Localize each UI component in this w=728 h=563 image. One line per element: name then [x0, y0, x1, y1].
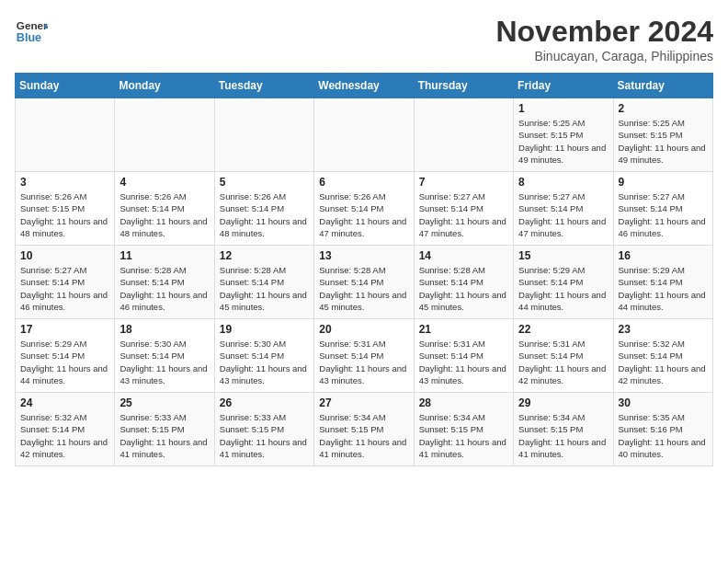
day-number: 7 — [419, 176, 508, 189]
calendar-cell: 23Sunrise: 5:32 AM Sunset: 5:14 PM Dayli… — [613, 319, 712, 393]
day-number: 2 — [619, 102, 708, 115]
calendar-subtitle: Binucayan, Caraga, Philippines — [495, 49, 713, 63]
calendar-cell: 11Sunrise: 5:28 AM Sunset: 5:14 PM Dayli… — [115, 246, 214, 319]
cell-info: Sunrise: 5:29 AM Sunset: 5:14 PM Dayligh… — [20, 338, 109, 386]
cell-info: Sunrise: 5:33 AM Sunset: 5:15 PM Dayligh… — [220, 411, 309, 460]
calendar-cell — [115, 98, 214, 172]
calendar-cell: 27Sunrise: 5:34 AM Sunset: 5:15 PM Dayli… — [314, 393, 414, 466]
day-number: 17 — [20, 323, 109, 336]
calendar-cell: 8Sunrise: 5:27 AM Sunset: 5:14 PM Daylig… — [514, 172, 613, 246]
cell-info: Sunrise: 5:28 AM Sunset: 5:14 PM Dayligh… — [220, 264, 309, 313]
calendar-cell: 2Sunrise: 5:25 AM Sunset: 5:15 PM Daylig… — [613, 98, 712, 172]
day-number: 11 — [119, 249, 209, 262]
day-number: 15 — [518, 249, 608, 262]
cell-info: Sunrise: 5:34 AM Sunset: 5:15 PM Dayligh… — [319, 411, 408, 460]
day-number: 29 — [518, 396, 608, 409]
cell-info: Sunrise: 5:26 AM Sunset: 5:14 PM Dayligh… — [319, 190, 408, 239]
day-number: 20 — [319, 323, 408, 336]
cell-info: Sunrise: 5:27 AM Sunset: 5:14 PM Dayligh… — [619, 190, 708, 239]
calendar-cell: 12Sunrise: 5:28 AM Sunset: 5:14 PM Dayli… — [214, 246, 313, 319]
day-number: 1 — [518, 102, 608, 115]
cell-info: Sunrise: 5:26 AM Sunset: 5:14 PM Dayligh… — [220, 190, 309, 239]
calendar-cell: 15Sunrise: 5:29 AM Sunset: 5:14 PM Dayli… — [514, 246, 613, 319]
day-number: 3 — [20, 176, 109, 189]
calendar-cell: 10Sunrise: 5:27 AM Sunset: 5:14 PM Dayli… — [16, 246, 115, 319]
calendar-cell — [414, 98, 513, 172]
day-header-friday: Friday — [514, 74, 613, 98]
day-number: 4 — [119, 176, 209, 189]
calendar-table: SundayMondayTuesdayWednesdayThursdayFrid… — [15, 73, 713, 466]
calendar-cell: 3Sunrise: 5:26 AM Sunset: 5:15 PM Daylig… — [16, 172, 115, 246]
day-number: 12 — [220, 249, 309, 262]
cell-info: Sunrise: 5:32 AM Sunset: 5:14 PM Dayligh… — [619, 338, 708, 386]
calendar-title: November 2024 — [495, 15, 713, 49]
day-number: 8 — [518, 176, 608, 189]
cell-info: Sunrise: 5:32 AM Sunset: 5:14 PM Dayligh… — [20, 411, 109, 460]
day-number: 9 — [619, 176, 708, 189]
day-number: 22 — [518, 323, 608, 336]
day-number: 16 — [619, 249, 708, 262]
day-number: 14 — [419, 249, 508, 262]
calendar-cell — [214, 98, 313, 172]
calendar-cell: 29Sunrise: 5:34 AM Sunset: 5:15 PM Dayli… — [514, 393, 613, 466]
day-header-monday: Monday — [115, 74, 214, 98]
cell-info: Sunrise: 5:31 AM Sunset: 5:14 PM Dayligh… — [518, 338, 608, 386]
cell-info: Sunrise: 5:28 AM Sunset: 5:14 PM Dayligh… — [319, 264, 408, 313]
cell-info: Sunrise: 5:28 AM Sunset: 5:14 PM Dayligh… — [119, 264, 209, 313]
cell-info: Sunrise: 5:35 AM Sunset: 5:16 PM Dayligh… — [619, 411, 708, 460]
week-row-3: 10Sunrise: 5:27 AM Sunset: 5:14 PM Dayli… — [16, 246, 713, 319]
calendar-cell: 19Sunrise: 5:30 AM Sunset: 5:14 PM Dayli… — [214, 319, 313, 393]
logo: General Blue — [15, 15, 48, 48]
day-number: 23 — [619, 323, 708, 336]
day-number: 25 — [119, 396, 209, 409]
cell-info: Sunrise: 5:25 AM Sunset: 5:15 PM Dayligh… — [518, 117, 608, 166]
day-number: 28 — [419, 396, 508, 409]
calendar-cell: 9Sunrise: 5:27 AM Sunset: 5:14 PM Daylig… — [613, 172, 712, 246]
day-header-wednesday: Wednesday — [314, 74, 414, 98]
day-number: 27 — [319, 396, 408, 409]
week-row-5: 24Sunrise: 5:32 AM Sunset: 5:14 PM Dayli… — [16, 393, 713, 466]
cell-info: Sunrise: 5:25 AM Sunset: 5:15 PM Dayligh… — [619, 117, 708, 166]
cell-info: Sunrise: 5:26 AM Sunset: 5:14 PM Dayligh… — [119, 190, 209, 239]
calendar-cell: 6Sunrise: 5:26 AM Sunset: 5:14 PM Daylig… — [314, 172, 414, 246]
day-number: 6 — [319, 176, 408, 189]
cell-info: Sunrise: 5:27 AM Sunset: 5:14 PM Dayligh… — [20, 264, 109, 313]
cell-info: Sunrise: 5:31 AM Sunset: 5:14 PM Dayligh… — [319, 338, 408, 386]
calendar-cell: 24Sunrise: 5:32 AM Sunset: 5:14 PM Dayli… — [16, 393, 115, 466]
week-row-1: 1Sunrise: 5:25 AM Sunset: 5:15 PM Daylig… — [16, 98, 713, 172]
day-number: 13 — [319, 249, 408, 262]
day-number: 26 — [220, 396, 309, 409]
title-block: November 2024 Binucayan, Caraga, Philipp… — [495, 15, 713, 63]
calendar-cell: 22Sunrise: 5:31 AM Sunset: 5:14 PM Dayli… — [514, 319, 613, 393]
logo-icon: General Blue — [15, 15, 48, 48]
calendar-cell: 5Sunrise: 5:26 AM Sunset: 5:14 PM Daylig… — [214, 172, 313, 246]
cell-info: Sunrise: 5:26 AM Sunset: 5:15 PM Dayligh… — [20, 190, 109, 239]
calendar-cell: 21Sunrise: 5:31 AM Sunset: 5:14 PM Dayli… — [414, 319, 513, 393]
calendar-cell: 30Sunrise: 5:35 AM Sunset: 5:16 PM Dayli… — [613, 393, 712, 466]
week-row-4: 17Sunrise: 5:29 AM Sunset: 5:14 PM Dayli… — [16, 319, 713, 393]
day-number: 5 — [220, 176, 309, 189]
calendar-cell: 1Sunrise: 5:25 AM Sunset: 5:15 PM Daylig… — [514, 98, 613, 172]
week-row-2: 3Sunrise: 5:26 AM Sunset: 5:15 PM Daylig… — [16, 172, 713, 246]
calendar-cell: 18Sunrise: 5:30 AM Sunset: 5:14 PM Dayli… — [115, 319, 214, 393]
cell-info: Sunrise: 5:27 AM Sunset: 5:14 PM Dayligh… — [518, 190, 608, 239]
cell-info: Sunrise: 5:31 AM Sunset: 5:14 PM Dayligh… — [419, 338, 508, 386]
calendar-cell — [314, 98, 414, 172]
calendar-cell: 7Sunrise: 5:27 AM Sunset: 5:14 PM Daylig… — [414, 172, 513, 246]
page-header: General Blue November 2024 Binucayan, Ca… — [15, 15, 713, 63]
day-number: 21 — [419, 323, 508, 336]
calendar-cell: 14Sunrise: 5:28 AM Sunset: 5:14 PM Dayli… — [414, 246, 513, 319]
cell-info: Sunrise: 5:30 AM Sunset: 5:14 PM Dayligh… — [119, 338, 209, 386]
svg-text:Blue: Blue — [17, 31, 41, 44]
day-header-tuesday: Tuesday — [214, 74, 313, 98]
calendar-cell: 28Sunrise: 5:34 AM Sunset: 5:15 PM Dayli… — [414, 393, 513, 466]
header-row: SundayMondayTuesdayWednesdayThursdayFrid… — [16, 74, 713, 98]
calendar-cell: 17Sunrise: 5:29 AM Sunset: 5:14 PM Dayli… — [16, 319, 115, 393]
cell-info: Sunrise: 5:29 AM Sunset: 5:14 PM Dayligh… — [518, 264, 608, 313]
cell-info: Sunrise: 5:30 AM Sunset: 5:14 PM Dayligh… — [220, 338, 309, 386]
cell-info: Sunrise: 5:29 AM Sunset: 5:14 PM Dayligh… — [619, 264, 708, 313]
cell-info: Sunrise: 5:34 AM Sunset: 5:15 PM Dayligh… — [518, 411, 608, 460]
calendar-cell: 25Sunrise: 5:33 AM Sunset: 5:15 PM Dayli… — [115, 393, 214, 466]
calendar-cell: 4Sunrise: 5:26 AM Sunset: 5:14 PM Daylig… — [115, 172, 214, 246]
cell-info: Sunrise: 5:34 AM Sunset: 5:15 PM Dayligh… — [419, 411, 508, 460]
